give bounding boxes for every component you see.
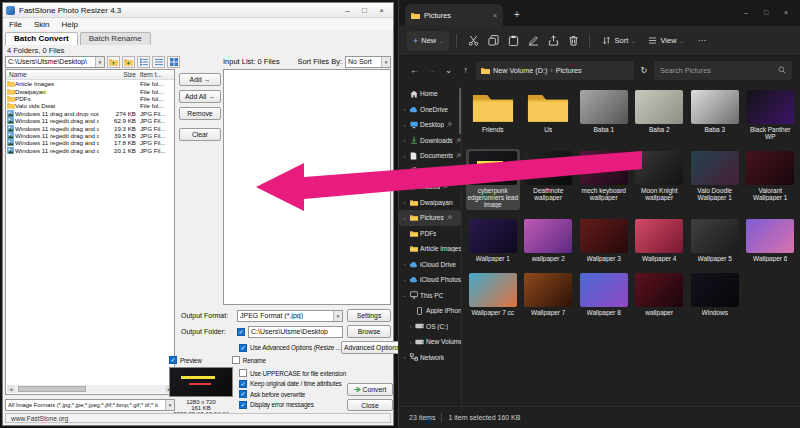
status-link[interactable]: www.FastStone.org (11, 415, 68, 422)
rename-icon[interactable] (524, 31, 542, 51)
horizontal-scrollbar[interactable]: ◂ ▸ (7, 385, 173, 393)
sidebar-item-apple-iphone[interactable]: Apple iPhone (399, 303, 461, 319)
column-name[interactable]: Name (6, 71, 99, 78)
new-button[interactable]: + New ⌄ (407, 31, 449, 51)
grid-item-mech-keyboard-wallpaper[interactable]: mech keyboard wallpaper (577, 149, 631, 210)
breadcrumb-item-pictures[interactable]: Pictures (556, 66, 582, 75)
option-use-uppercase-for-file-extension[interactable]: Use UPPERCASE for file extension (239, 369, 346, 377)
sort-button[interactable]: Sort ⌄ (597, 31, 640, 51)
option-preview[interactable]: ✓Preview (169, 356, 202, 364)
grid-item-black-panther-wp[interactable]: Black Panther WP (744, 88, 798, 142)
browse-button[interactable]: Browse (347, 325, 391, 338)
grid-item-us[interactable]: Us (522, 88, 576, 142)
scroll-left-icon[interactable]: ◂ (7, 385, 15, 393)
add-button[interactable]: Add → (179, 73, 221, 86)
grid-item-wallpaper-3[interactable]: Wallpaper 3 (577, 217, 631, 264)
sort-combobox[interactable]: No Sort ▾ (345, 56, 391, 68)
grid-item-wallpaper-8[interactable]: Wallpaper 8 (577, 271, 631, 318)
refresh-icon[interactable]: ↻ (637, 65, 651, 75)
menu-help[interactable]: Help (55, 20, 83, 29)
tab-close-icon[interactable]: × (493, 12, 497, 19)
grid-item-wallpaper[interactable]: wallpaper (633, 271, 687, 318)
file-row[interactable]: Windows 11 regedit drag and drop no...19… (6, 124, 174, 131)
sidebar-item-downloads[interactable]: ›Downloads (399, 133, 461, 149)
file-row[interactable]: Windows 11 regedit drag and drop no...39… (6, 132, 174, 139)
grid-item-wallpaper-6[interactable]: Wallpaper 6 (744, 217, 798, 264)
folder-new-icon[interactable] (122, 56, 135, 68)
view-button[interactable]: View ⌄ (643, 31, 688, 51)
sidebar-item-desktop[interactable]: ›Desktop (399, 117, 461, 133)
dropdown-arrow-icon[interactable]: ▾ (95, 57, 104, 67)
checkbox[interactable]: ✓ (239, 401, 247, 409)
minimize-button[interactable]: – (339, 4, 356, 16)
menu-skin[interactable]: Skin (28, 20, 56, 29)
forward-button[interactable]: → (424, 65, 439, 75)
tab-pictures[interactable]: Pictures × (405, 4, 503, 26)
input-list[interactable] (223, 69, 391, 305)
grid-item-wallpaper-4[interactable]: Wallpaper 4 (633, 217, 687, 264)
checkbox[interactable] (239, 369, 247, 377)
settings-button[interactable]: Settings (347, 309, 391, 322)
grid-item-valo-doodle-wallpaper-1[interactable]: Valo Doodle Wallpaper 1 (688, 149, 742, 210)
close-button[interactable]: × (776, 0, 796, 24)
tab-batch-rename[interactable]: Batch Rename (80, 32, 151, 45)
close-button[interactable]: × (373, 4, 390, 16)
sidebar-item-music[interactable]: Music (399, 164, 461, 180)
file-row[interactable]: Article ImagesFile fol... (6, 80, 174, 87)
checkbox[interactable]: ✓ (239, 344, 247, 352)
sidebar-item-onedrive[interactable]: ›OneDrive (399, 102, 461, 118)
advanced-options-button[interactable]: Advanced Options (341, 341, 403, 354)
path-combobox[interactable]: C:\Users\Utsme\Desktop\ ▾ (5, 56, 105, 68)
back-button[interactable]: ← (407, 65, 422, 75)
grid-item-windows[interactable]: Windows (688, 271, 742, 318)
remove-button[interactable]: Remove (179, 107, 221, 120)
option-use-advanced-options-resize[interactable]: ✓Use Advanced Options (Resize ... (239, 344, 341, 352)
column-item-t[interactable]: Item t... (136, 71, 168, 78)
more-options-icon[interactable]: ⋯ (694, 36, 710, 45)
minimize-button[interactable]: – (736, 0, 756, 24)
file-row[interactable]: Valo vids DwaiFile fol... (6, 102, 174, 109)
maximize-button[interactable]: □ (356, 4, 373, 16)
sidebar-item-this-pc[interactable]: ⌄This PC (399, 288, 461, 304)
file-row[interactable]: DwaipayanFile fol... (6, 87, 174, 94)
cut-icon[interactable] (464, 31, 482, 51)
sidebar-item-icloud-drive[interactable]: ›iCloud Drive (399, 257, 461, 273)
checkbox[interactable]: ✓ (169, 356, 177, 364)
checkbox[interactable] (232, 356, 240, 364)
grid-item-baba-1[interactable]: Baba 1 (577, 88, 631, 142)
scroll-thumb[interactable] (18, 386, 86, 392)
maximize-button[interactable]: □ (756, 0, 776, 24)
close-button[interactable]: Close (347, 399, 393, 411)
fs-titlebar[interactable]: FastStone Photo Resizer 4.3 –□× (3, 3, 393, 18)
share-icon[interactable] (544, 31, 562, 51)
folder-up-icon[interactable] (107, 56, 120, 68)
breadcrumb[interactable]: New Volume (D:)›Pictures (476, 61, 634, 80)
sidebar-item-new-volume-d[interactable]: ›New Volume (D:) (399, 334, 461, 350)
checkbox[interactable]: ✓ (239, 380, 247, 388)
sidebar-item-home[interactable]: Home (399, 86, 461, 102)
grid-item-wallpaper-2[interactable]: wallpaper 2 (522, 217, 576, 264)
delete-icon[interactable] (564, 31, 582, 51)
view-list-icon[interactable] (137, 56, 150, 68)
grid-item-baba-3[interactable]: Baba 3 (688, 88, 742, 142)
file-row[interactable]: Windows 11 regedit drag and drop no...20… (6, 147, 174, 154)
copy-icon[interactable] (484, 31, 502, 51)
file-row[interactable]: PDFsFile fol... (6, 95, 174, 102)
checkbox[interactable]: ✓ (239, 390, 247, 398)
sidebar-item-os-c[interactable]: ›OS (C:) (399, 319, 461, 335)
option-ask-before-overwrite[interactable]: ✓Ask before overwrite (239, 390, 346, 398)
grid-item-wallpaper-5[interactable]: Wallpaper 5 (688, 217, 742, 264)
grid-item-moon-knight-wallpaper[interactable]: Moon Knight wallpaper (633, 149, 687, 210)
new-tab-button[interactable]: + (509, 6, 525, 22)
sidebar-scrollbar[interactable] (459, 88, 461, 134)
scroll-track[interactable] (15, 385, 165, 393)
tab-batch-convert[interactable]: Batch Convert (5, 32, 78, 45)
output-folder-checkbox[interactable]: ✓ (237, 328, 245, 336)
dropdown-arrow-icon[interactable]: ▾ (381, 57, 390, 67)
option-rename[interactable]: Rename (232, 356, 266, 364)
grid-item-baba-2[interactable]: Baba 2 (633, 88, 687, 142)
add-all-button[interactable]: Add All → (179, 90, 221, 103)
clear-button[interactable]: Clear (179, 128, 221, 141)
file-row[interactable]: Windows 11 drag and drop not workin...27… (6, 110, 174, 117)
dropdown-arrow-icon[interactable]: ▾ (165, 400, 174, 410)
